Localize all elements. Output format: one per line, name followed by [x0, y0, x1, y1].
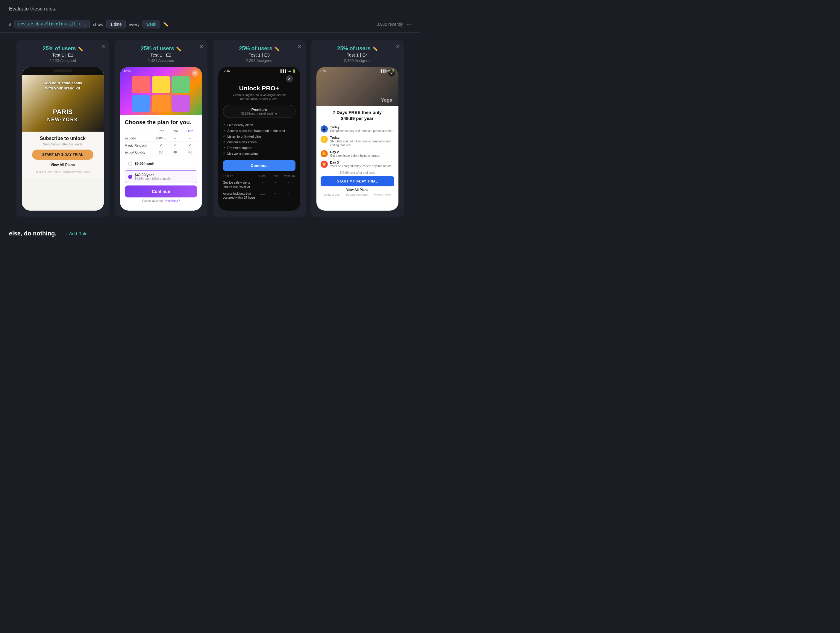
- premium-label: Premium: [229, 108, 289, 112]
- phone-mockup-1: Add your style easilywith your brand kit…: [22, 67, 104, 211]
- phone2-footer-note: Cancel anytime. Need help?: [125, 199, 197, 203]
- close-button-4[interactable]: ✕: [396, 44, 399, 49]
- phone3-status: 12:46 ▐▐▐ SW 🔋: [218, 67, 300, 75]
- close-button-3[interactable]: ✕: [298, 44, 302, 49]
- percent-edit-1[interactable]: ✏️: [78, 46, 83, 51]
- timeline-text-2: Today Start trial and get full access to…: [330, 136, 394, 147]
- plan-yearly-name: $49.99/year: [135, 173, 171, 177]
- page-header: Evaluate these rules:: [0, 0, 420, 16]
- premium-price: $19.99/mo, cancel anytime: [229, 112, 289, 115]
- continue-btn-2[interactable]: Continue: [125, 186, 197, 197]
- phone2-status: 12:46: [124, 69, 199, 73]
- phone4-footer: Terms of Use Restore Purchase Privacy Po…: [321, 191, 394, 197]
- terms-1[interactable]: Terms of Use: [36, 170, 52, 173]
- timeline-icon-1: 📱: [321, 125, 328, 132]
- timeline-icon-2: ⭐: [321, 136, 328, 143]
- experiment-card-1: ✕ 25% of users ✏️ Test 1 | E1 2,123 Assi…: [16, 40, 109, 217]
- view-all-1[interactable]: View All Plans: [51, 163, 75, 167]
- phone1-bottom: Subscribe to unlock $49.99/year after tr…: [22, 132, 104, 178]
- table-row-quality: Export Quality 2K 4K 4K: [125, 149, 197, 156]
- close-button-1[interactable]: ✕: [101, 44, 105, 49]
- phone3-table-header: Feature Core Plus Premium: [223, 173, 295, 179]
- restore-4[interactable]: Restore Purchase: [346, 193, 368, 196]
- phone2-plans: $9.99/month $49.99/year $4.16/month bill…: [125, 159, 197, 183]
- phone4-price-note: $49.99/year after trial ends: [321, 171, 394, 175]
- assigned-2: 2,421 Assigned: [120, 58, 202, 63]
- experiments-container: ✕ 25% of users ✏️ Test 1 | E1 2,123 Assi…: [0, 33, 420, 224]
- premium-badge[interactable]: Premium $19.99/mo, cancel anytime: [223, 105, 295, 118]
- percent-edit-4[interactable]: ✏️: [373, 46, 377, 51]
- terms-4[interactable]: Terms of Use: [324, 193, 339, 196]
- need-help[interactable]: Need help?: [164, 199, 180, 203]
- condition-chip[interactable]: device.daysSinceInstall > 1: [14, 20, 90, 28]
- notch-dot: [54, 69, 72, 72]
- assigned-1: 2,123 Assigned: [22, 58, 104, 63]
- feature-item-1: ✓ Live nearby alerts: [223, 122, 295, 128]
- phone3-close[interactable]: ✕: [286, 75, 293, 82]
- phone3-subtitle: Vivamus sagittis lacus vel augue laoreet…: [218, 92, 300, 102]
- percent-edit-3[interactable]: ✏️: [274, 46, 279, 51]
- privacy-1[interactable]: Privacy Policy: [73, 170, 90, 173]
- radio-yearly[interactable]: [128, 175, 132, 179]
- experiment-card-4: ✕ 25% of users ✏️ Test 1 | E4 2,350 Assi…: [311, 40, 404, 217]
- plan-yearly-sub: $4.16/month billed annually: [135, 177, 171, 180]
- plan-yearly[interactable]: $49.99/year $4.16/month billed annually: [125, 170, 197, 183]
- phone4-content: 12:46 ▐▐▐ SW 🔋 ✕ Yoga 7 Days FREE then o…: [316, 67, 398, 211]
- edit-icon[interactable]: ✏️: [163, 22, 168, 27]
- timeline-text-3: Day 2 Get a reminder before being charge…: [330, 150, 394, 157]
- timeline-icon-3: 🔔: [321, 150, 328, 157]
- phone1-footer: Terms of Use Restore Purchase Privacy Po…: [36, 168, 90, 175]
- test-label-3: Test 1 | E3: [218, 52, 300, 57]
- plan-monthly[interactable]: $9.99/month: [125, 159, 197, 168]
- phone2-close[interactable]: ✕: [192, 70, 199, 77]
- continue-btn-3[interactable]: Continue: [223, 161, 295, 171]
- add-rule-button[interactable]: + Add Rule: [66, 231, 88, 236]
- phone4-status: 12:46 ▐▐▐ SW 🔋: [320, 69, 395, 73]
- timeline-today-2: ⭐ Today Start trial and get full access …: [321, 135, 394, 148]
- else-text: else, do nothing.: [9, 230, 57, 237]
- view-all-4[interactable]: View All Plans: [321, 188, 394, 191]
- times-chip[interactable]: 1 time: [106, 20, 125, 28]
- feature-item-4: ✓ custom alerts zones: [223, 139, 295, 145]
- feature-item-2: ✓ Access alerts that happened in the pas…: [223, 128, 295, 134]
- test-label-1: Test 1 | E1: [22, 52, 104, 57]
- recently-count: 3,982 recently: [377, 22, 403, 27]
- phone3-content: 12:46 ▐▐▐ SW 🔋 ✕ Unlock PRO+ Vivamus sag…: [218, 67, 300, 211]
- subscribe-title: Subscribe to unlock: [40, 136, 85, 141]
- plan-monthly-name: $9.99/month: [135, 162, 156, 166]
- if-label: if: [9, 22, 11, 27]
- phone4-title: 7 Days FREE then only$49.99 per year: [321, 110, 394, 121]
- assigned-4: 2,350 Assigned: [316, 58, 398, 63]
- trial-button-4[interactable]: START MY 3-DAY TRIAL: [321, 176, 394, 186]
- close-button-2[interactable]: ✕: [199, 44, 203, 49]
- subscribe-sub: $49.99/year after trial ends: [43, 142, 82, 146]
- rule-bar: if device.daysSinceInstall > 1 show 1 ti…: [0, 16, 420, 32]
- timeline-icon-4: ⭐: [321, 161, 328, 168]
- percent-label-2: 25% of users ✏️: [120, 46, 202, 52]
- test-label-2: Test 1 | E2: [120, 52, 202, 57]
- privacy-4[interactable]: Privacy Policy: [374, 193, 391, 196]
- experiment-card-3: ✕ 25% of users ✏️ Test 1 | E3 2,298 Assi…: [213, 40, 306, 217]
- timeline-text-4: Day 3 You'll be charged today, cancel an…: [330, 161, 394, 168]
- timeline-text-1: Today Completed survey and template pers…: [330, 125, 394, 133]
- feature-item-3: ✓ Listen to unlimited clips: [223, 134, 295, 139]
- percent-edit-2[interactable]: ✏️: [176, 46, 181, 51]
- phone4-x-btn[interactable]: ✕: [388, 70, 395, 77]
- period-chip[interactable]: week: [142, 20, 160, 28]
- phone2-header-img: 12:46 ✕: [120, 67, 202, 115]
- radio-monthly[interactable]: [128, 162, 132, 166]
- timeline-today-1: 📱 Today Completed survey and template pe…: [321, 124, 394, 134]
- table-row-3-1: Get live safety alerts nearby your locat…: [223, 179, 295, 190]
- phone4-timeline: 📱 Today Completed survey and template pe…: [321, 124, 394, 169]
- more-options-icon[interactable]: ···: [407, 21, 411, 28]
- phone2-title: Choose the plan for you.: [125, 119, 197, 126]
- phone1-notch: [22, 67, 104, 75]
- yoga-text: Yoga: [381, 98, 392, 103]
- phone3-table: Feature Core Plus Premium Get live safet…: [223, 173, 295, 211]
- feature-item-5: ✓ Premium support: [223, 145, 295, 151]
- table-row-retouch: Magic Retouch ✓ ✓ ✓: [125, 142, 197, 149]
- restore-1[interactable]: Restore Purchase: [52, 170, 73, 173]
- phone2-table-header: Free Pro Ultra: [125, 129, 197, 135]
- show-label: show: [93, 22, 103, 27]
- trial-button-1[interactable]: START MY 3-DAY TRIAL: [32, 150, 94, 160]
